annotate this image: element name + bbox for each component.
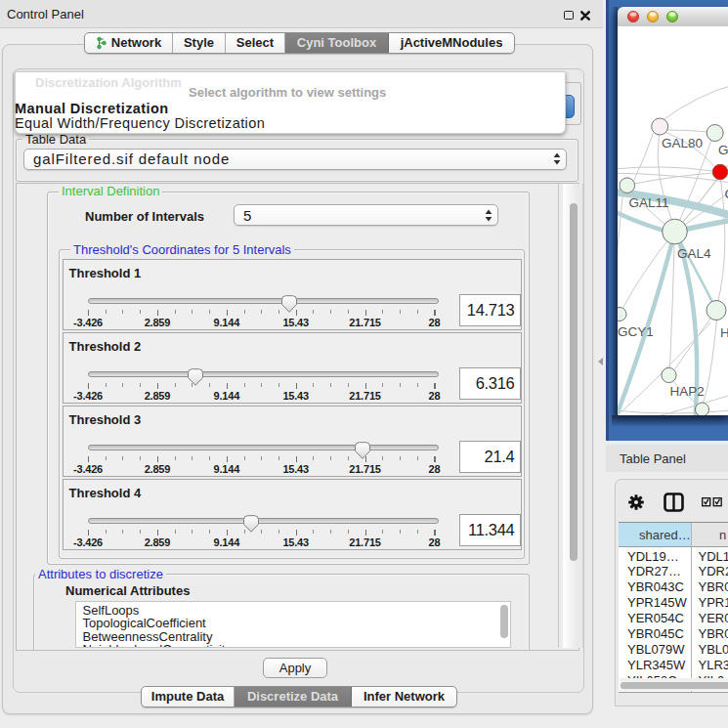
svg-text:HAP2: HAP2 [669,384,704,399]
svg-text:GAL11: GAL11 [628,195,668,210]
svg-text:C.: C. [724,187,728,201]
svg-text:GAL4: GAL4 [677,246,711,261]
svg-text:GCY1: GCY1 [618,324,654,339]
svg-text:G.: G. [718,143,728,157]
svg-text:H: H [720,325,728,340]
svg-text:GAL80: GAL80 [662,136,703,150]
